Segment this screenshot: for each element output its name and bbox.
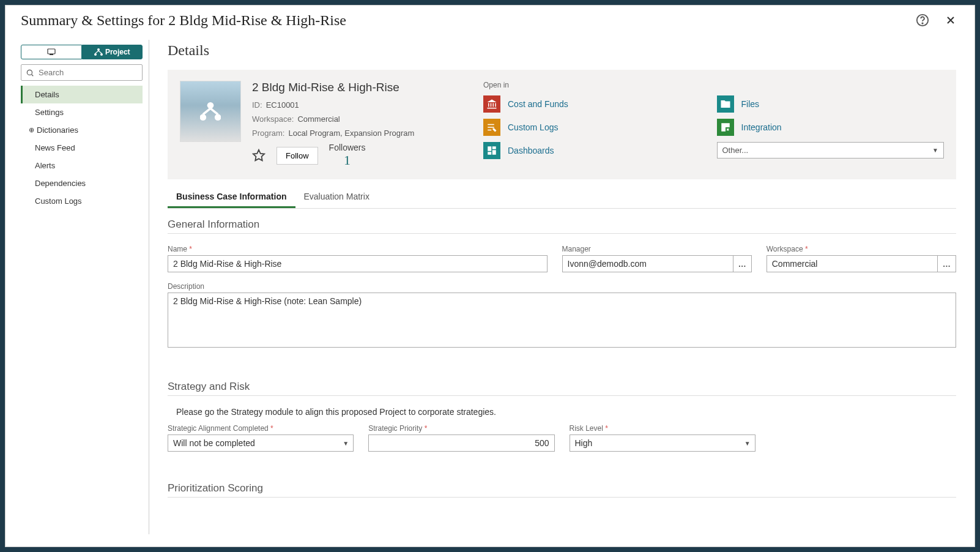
svg-point-10 <box>215 114 221 121</box>
svg-point-4 <box>97 48 100 51</box>
svg-point-1 <box>922 23 922 23</box>
priority-label: Strategic Priority * <box>368 424 554 433</box>
search-icon <box>26 69 34 77</box>
scope-workspace-button[interactable] <box>21 45 82 59</box>
project-summary-box: 2 Bldg Mid-Rise & High-Rise ID:EC10001 W… <box>168 70 956 179</box>
scope-project-label: Project <box>105 48 130 56</box>
scope-project-button[interactable]: Project <box>82 45 143 59</box>
openin-dashboards[interactable]: Dashboards <box>483 142 711 159</box>
svg-rect-2 <box>48 49 55 54</box>
nav-dictionaries[interactable]: ⊕ Dictionaries <box>21 121 143 139</box>
folder-icon <box>720 99 731 110</box>
tab-evaluation-matrix[interactable]: Evaluation Matrix <box>295 187 378 208</box>
summary-settings-modal: Summary & Settings for 2 Bldg Mid-Rise &… <box>5 5 975 547</box>
sidebar-nav: Details Settings ⊕ Dictionaries News Fee… <box>21 86 143 210</box>
expand-icon: ⊕ <box>29 126 34 134</box>
workspace-lookup-button[interactable]: … <box>938 255 956 272</box>
nav-dictionaries-label: Dictionaries <box>37 125 78 135</box>
openin-cost-funds-label: Cost and Funds <box>508 99 568 109</box>
section-strategy-heading: Strategy and Risk <box>168 381 956 396</box>
workspace-label: Workspace: <box>252 114 294 124</box>
openin-integration-label: Integration <box>741 122 782 132</box>
strategy-help-text: Please go the Strategy module to align t… <box>176 407 956 417</box>
close-button[interactable] <box>942 12 959 29</box>
openin-dashboards-label: Dashboards <box>508 146 554 155</box>
project-name: 2 Bldg Mid-Rise & High-Rise <box>252 81 472 94</box>
openin-label: Open in <box>483 81 944 89</box>
followers-count: 1 <box>329 152 366 168</box>
openin-files-label: Files <box>741 99 760 109</box>
svg-point-5 <box>94 53 97 56</box>
svg-point-9 <box>200 114 206 121</box>
svg-point-8 <box>207 102 214 109</box>
svg-marker-11 <box>253 150 264 160</box>
id-value: EC10001 <box>266 100 299 110</box>
thumbnail-badge-icon <box>199 100 222 123</box>
sidebar-search-input[interactable] <box>21 64 143 81</box>
sidebar: Project Details Settings ⊕ Dictionaries … <box>15 40 149 534</box>
workspace-icon <box>46 48 56 56</box>
nav-news-feed[interactable]: News Feed <box>21 139 143 157</box>
chevron-down-icon: ▼ <box>932 147 938 154</box>
nav-details[interactable]: Details <box>21 86 143 103</box>
name-input[interactable] <box>168 255 548 272</box>
alignment-label: Strategic Alignment Completed * <box>168 424 354 433</box>
svg-rect-3 <box>50 54 53 55</box>
project-thumbnail <box>180 81 241 142</box>
manager-input[interactable] <box>562 255 733 272</box>
openin-files[interactable]: Files <box>717 95 945 113</box>
help-icon <box>916 13 929 27</box>
name-label: Name * <box>168 245 548 253</box>
modal-header: Summary & Settings for 2 Bldg Mid-Rise &… <box>6 6 974 35</box>
detail-tabs: Business Case Information Evaluation Mat… <box>168 187 956 209</box>
section-general-heading: General Information <box>168 218 956 234</box>
program-label: Program: <box>252 129 284 138</box>
openin-integration[interactable]: Integration <box>717 119 945 136</box>
tab-business-case[interactable]: Business Case Information <box>168 187 295 208</box>
priority-input[interactable] <box>368 435 554 452</box>
dashboard-icon <box>486 145 497 156</box>
nav-alerts[interactable]: Alerts <box>21 157 143 174</box>
nav-settings[interactable]: Settings <box>21 103 143 121</box>
openin-other-label: Other... <box>722 146 749 155</box>
openin-other-select[interactable]: Other... ▼ <box>717 142 945 159</box>
id-label: ID: <box>252 100 262 110</box>
nav-custom-logs[interactable]: Custom Logs <box>21 192 143 210</box>
section-prioritization-heading: Prioritization Scoring <box>168 482 956 498</box>
svg-point-6 <box>100 53 103 56</box>
workspace-input[interactable] <box>767 255 938 272</box>
followers-label: Followers <box>329 143 366 152</box>
workspace-value: Commercial <box>297 114 340 124</box>
close-icon <box>945 14 957 26</box>
svg-point-7 <box>27 70 32 75</box>
scope-toggle: Project <box>21 45 143 59</box>
openin-cost-funds[interactable]: Cost and Funds <box>483 95 711 113</box>
manager-lookup-button[interactable]: … <box>733 255 752 272</box>
description-label: Description <box>168 282 956 291</box>
integration-icon <box>720 122 731 133</box>
follow-button[interactable]: Follow <box>277 147 318 165</box>
page-heading: Details <box>168 42 956 59</box>
openin-custom-logs[interactable]: Custom Logs <box>483 119 711 136</box>
star-icon[interactable] <box>252 149 265 162</box>
help-button[interactable] <box>914 12 931 29</box>
hierarchy-icon <box>94 48 103 56</box>
risk-select[interactable] <box>570 435 755 452</box>
bank-icon <box>486 99 497 110</box>
program-value: Local Program, Expansion Program <box>288 129 414 138</box>
workspace-field-label: Workspace * <box>767 245 956 253</box>
modal-title: Summary & Settings for 2 Bldg Mid-Rise &… <box>21 12 346 29</box>
risk-label: Risk Level * <box>570 424 755 433</box>
description-input[interactable] <box>168 293 956 348</box>
edit-list-icon <box>486 122 497 133</box>
openin-customlogs-label: Custom Logs <box>508 122 558 132</box>
nav-dependencies[interactable]: Dependencies <box>21 174 143 192</box>
alignment-select[interactable] <box>168 435 354 452</box>
details-content[interactable]: Details 2 Bldg Mid-Rise & High-Rise ID:E… <box>149 35 974 534</box>
manager-label: Manager <box>562 245 752 253</box>
